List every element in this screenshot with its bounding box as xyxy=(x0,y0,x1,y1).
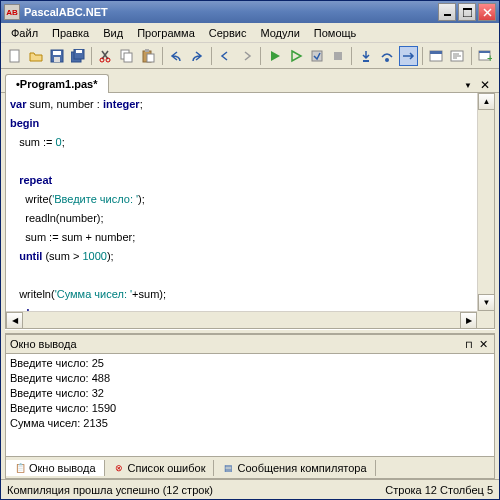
compile-button[interactable] xyxy=(307,46,326,66)
toolbar: + xyxy=(1,43,499,69)
output-panel: Окно вывода ⊓ ✕ Введите число: 25 Введит… xyxy=(5,334,495,479)
form-icon xyxy=(429,49,443,63)
btab-output-label: Окно вывода xyxy=(29,462,96,474)
compiler-tab-icon: ▤ xyxy=(222,462,234,474)
output-line: Введите число: 1590 xyxy=(10,401,490,416)
step-over-icon xyxy=(380,49,394,63)
output-body[interactable]: Введите число: 25 Введите число: 488 Вве… xyxy=(5,354,495,457)
titlebar: AB PascalABC.NET xyxy=(1,1,499,23)
redo-button[interactable] xyxy=(188,46,207,66)
scroll-up-icon[interactable]: ▲ xyxy=(478,93,495,110)
output-line: Сумма чисел: 2135 xyxy=(10,416,490,431)
menu-service[interactable]: Сервис xyxy=(203,25,253,41)
svg-rect-7 xyxy=(53,51,61,55)
svg-rect-17 xyxy=(124,53,132,62)
open-file-button[interactable] xyxy=(26,46,45,66)
tab-dropdown-icon[interactable]: ▼ xyxy=(461,81,475,90)
save-all-icon xyxy=(71,49,85,63)
form-designer-button[interactable] xyxy=(427,46,446,66)
menu-edit[interactable]: Правка xyxy=(46,25,95,41)
code-icon xyxy=(450,49,464,63)
undo-button[interactable] xyxy=(167,46,186,66)
status-compile: Компиляция прошла успешно (12 строк) xyxy=(7,484,213,496)
svg-rect-19 xyxy=(145,49,149,52)
new-file-button[interactable] xyxy=(5,46,24,66)
scrollbar-corner xyxy=(477,311,494,328)
svg-rect-11 xyxy=(76,50,82,53)
new-file-icon xyxy=(8,49,22,63)
navigate-back-button[interactable] xyxy=(216,46,235,66)
run-alt-icon xyxy=(289,49,303,63)
step-into-icon xyxy=(359,49,373,63)
save-all-button[interactable] xyxy=(68,46,87,66)
editor-tabbar: •Program1.pas* ▼ ✕ xyxy=(1,69,499,93)
svg-rect-2 xyxy=(463,8,472,10)
stop-button[interactable] xyxy=(328,46,347,66)
close-icon xyxy=(483,8,492,17)
output-line: Введите число: 25 xyxy=(10,356,490,371)
step-into-button[interactable] xyxy=(356,46,375,66)
svg-rect-0 xyxy=(444,14,451,16)
btab-compiler[interactable]: ▤ Сообщения компилятора xyxy=(214,460,375,476)
scroll-down-icon[interactable]: ▼ xyxy=(478,294,495,311)
open-folder-icon xyxy=(29,49,43,63)
svg-rect-20 xyxy=(147,54,154,62)
svg-rect-8 xyxy=(54,57,60,62)
output-line: Введите число: 32 xyxy=(10,386,490,401)
copy-button[interactable] xyxy=(118,46,137,66)
scroll-right-icon[interactable]: ▶ xyxy=(460,312,477,329)
window-title: PascalABC.NET xyxy=(24,6,438,18)
btab-errors-label: Список ошибок xyxy=(128,462,206,474)
btab-errors[interactable]: ⊗ Список ошибок xyxy=(105,460,215,476)
compile-icon xyxy=(310,49,324,63)
redo-icon xyxy=(190,49,204,63)
menu-view[interactable]: Вид xyxy=(97,25,129,41)
cut-button[interactable] xyxy=(96,46,115,66)
svg-rect-22 xyxy=(334,52,342,60)
code-editor[interactable]: var sum, number : integer; begin sum := … xyxy=(5,93,495,329)
menu-modules[interactable]: Модули xyxy=(254,25,305,41)
btab-output[interactable]: 📋 Окно вывода xyxy=(6,460,105,476)
editor-vscrollbar[interactable]: ▲ ▼ xyxy=(477,93,494,311)
step-out-button[interactable] xyxy=(399,46,418,66)
tab-program1[interactable]: •Program1.pas* xyxy=(5,74,109,93)
run-no-debug-button[interactable] xyxy=(286,46,305,66)
nav-back-icon xyxy=(218,49,232,63)
error-tab-icon: ⊗ xyxy=(113,462,125,474)
pin-icon[interactable]: ⊓ xyxy=(462,337,476,351)
svg-rect-23 xyxy=(363,60,369,62)
new-form-button[interactable]: + xyxy=(476,46,495,66)
run-button[interactable] xyxy=(265,46,284,66)
code-view-button[interactable] xyxy=(448,46,467,66)
step-over-button[interactable] xyxy=(378,46,397,66)
copy-icon xyxy=(120,49,134,63)
save-button[interactable] xyxy=(47,46,66,66)
code-content: var sum, number : integer; begin sum := … xyxy=(6,93,494,325)
close-button[interactable] xyxy=(478,3,496,21)
menu-file[interactable]: Файл xyxy=(5,25,44,41)
output-header: Окно вывода ⊓ ✕ xyxy=(5,334,495,354)
maximize-button[interactable] xyxy=(458,3,476,21)
run-icon xyxy=(268,49,282,63)
svg-text:+: + xyxy=(487,52,492,63)
navigate-forward-button[interactable] xyxy=(237,46,256,66)
output-close-icon[interactable]: ✕ xyxy=(476,337,490,351)
minimize-button[interactable] xyxy=(438,3,456,21)
app-icon: AB xyxy=(4,4,20,20)
menubar: Файл Правка Вид Программа Сервис Модули … xyxy=(1,23,499,43)
svg-rect-5 xyxy=(10,50,19,62)
paste-button[interactable] xyxy=(139,46,158,66)
tab-close-icon[interactable]: ✕ xyxy=(477,78,493,92)
editor-hscrollbar[interactable]: ◀ ▶ xyxy=(6,311,477,328)
maximize-icon xyxy=(463,8,472,17)
nav-fwd-icon xyxy=(240,49,254,63)
scroll-left-icon[interactable]: ◀ xyxy=(6,312,23,329)
menu-program[interactable]: Программа xyxy=(131,25,201,41)
svg-point-24 xyxy=(385,58,389,62)
undo-icon xyxy=(169,49,183,63)
status-position: Строка 12 Столбец 5 xyxy=(385,484,493,496)
save-icon xyxy=(50,49,64,63)
menu-help[interactable]: Помощь xyxy=(308,25,363,41)
step-out-icon xyxy=(401,49,415,63)
minimize-icon xyxy=(443,8,452,17)
